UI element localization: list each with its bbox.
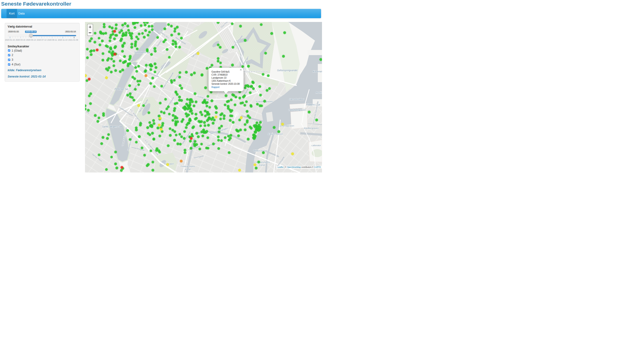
- svg-text:Hønsebroløbet: Hønsebroløbet: [289, 98, 304, 100]
- svg-text:Frederiksholms: Frederiksholms: [180, 165, 195, 168]
- svg-text:Snedkergraven: Snedkergraven: [304, 127, 318, 129]
- svg-text:Wilders Kanal: Wilders Kanal: [253, 150, 267, 152]
- svg-text:Krøyers Bassin: Krøyers Bassin: [268, 132, 283, 135]
- svg-text:Maskinga: Maskinga: [316, 92, 322, 94]
- svg-text:Laborator: Laborator: [312, 144, 321, 146]
- svg-text:Sankt Jørgens Sø: Sankt Jørgens Sø: [102, 125, 122, 128]
- svg-text:Kanal: Kanal: [259, 164, 265, 166]
- svg-text:FREDERIKSSTADEN: FREDERIKSSTADEN: [242, 70, 268, 73]
- svg-text:Christianshavns: Christianshavns: [254, 161, 270, 164]
- svg-text:Gefionspringvandet: Gefionspringvandet: [277, 69, 298, 72]
- svg-text:Takkelloftsgraven: Takkelloftsgraven: [288, 108, 306, 111]
- svg-text:Kanal: Kanal: [185, 168, 190, 170]
- svg-text:Peblinge Sø: Peblinge Sø: [114, 88, 128, 90]
- svg-text:Kaserneha: Kaserneha: [313, 70, 322, 73]
